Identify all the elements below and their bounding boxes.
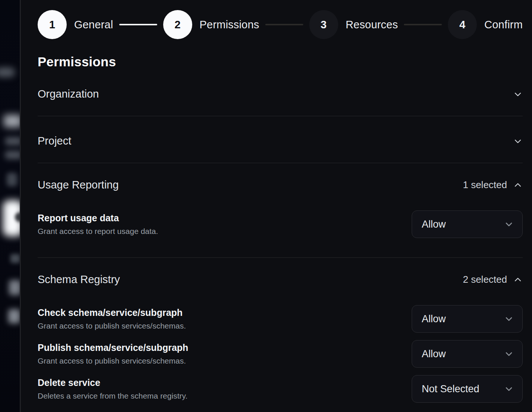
permission-description: Grant access to report usage data.	[38, 227, 158, 236]
permission-row-publish-schema: Publish schema/service/subgraph Grant ac…	[38, 340, 523, 368]
permission-name: Report usage data	[38, 213, 158, 224]
permission-name: Publish schema/service/subgraph	[38, 342, 188, 353]
blurred-nav-item	[10, 254, 20, 263]
section-title: Organization	[38, 88, 99, 100]
permission-description: Deletes a service from the schema regist…	[38, 392, 187, 400]
step-2-label: Permissions	[200, 19, 259, 31]
step-permissions[interactable]: 2 Permissions	[163, 10, 259, 39]
selected-count: 1 selected	[463, 179, 507, 191]
section-organization[interactable]: Organization	[38, 69, 523, 116]
permission-row-check-schema: Check schema/service/subgraph Grant acce…	[38, 305, 523, 333]
publish-schema-select[interactable]: Allow	[412, 340, 523, 368]
chevron-down-icon	[504, 384, 513, 393]
blurred-text-line	[5, 137, 20, 145]
step-2-circle[interactable]: 2	[163, 10, 192, 39]
screen: 1 General 2 Permissions 3 Resources 4 Co…	[0, 0, 532, 412]
permission-description: Grant access to publish services/schemas…	[38, 356, 188, 365]
chevron-down-icon[interactable]	[513, 136, 523, 146]
stepper-connector	[404, 24, 442, 25]
section-schema-registry-header[interactable]: Schema Registry 2 selected	[38, 273, 523, 286]
step-4-label: Confirm	[484, 19, 523, 31]
step-4-circle[interactable]: 4	[448, 10, 477, 39]
step-confirm[interactable]: 4 Confirm	[448, 10, 523, 39]
permission-row-delete-service: Delete service Deletes a service from th…	[38, 375, 523, 403]
selected-value: Allow	[422, 348, 446, 360]
selected-value: Allow	[422, 219, 446, 230]
section-schema-registry: Schema Registry 2 selected Check schema/…	[38, 258, 523, 403]
step-1-label: General	[74, 19, 113, 31]
wizard-stepper: 1 General 2 Permissions 3 Resources 4 Co…	[38, 10, 523, 39]
chevron-up-icon[interactable]	[513, 275, 523, 285]
step-resources[interactable]: 3 Resources	[309, 10, 398, 39]
permission-description: Grant access to publish services/schemas…	[38, 321, 186, 330]
selected-value: Not Selected	[422, 383, 479, 395]
chevron-down-icon	[504, 314, 513, 323]
chevron-down-icon	[504, 349, 513, 358]
section-usage-reporting-header[interactable]: Usage Reporting 1 selected	[38, 179, 523, 191]
chevron-down-icon[interactable]	[513, 89, 523, 99]
step-1-circle[interactable]: 1	[38, 10, 67, 39]
permission-row-report-usage-data: Report usage data Grant access to report…	[38, 210, 523, 238]
blurred-text-line	[5, 151, 20, 159]
blurred-pill	[0, 67, 15, 77]
background-sidebar	[0, 0, 20, 412]
section-title: Project	[38, 135, 71, 147]
permission-name: Delete service	[38, 377, 187, 388]
stepper-connector	[265, 24, 303, 25]
stepper-connector-done	[119, 24, 157, 25]
blurred-nav-item	[8, 309, 20, 323]
delete-service-select[interactable]: Not Selected	[412, 375, 523, 403]
wizard-panel: 1 General 2 Permissions 3 Resources 4 Co…	[21, 0, 532, 412]
selected-count: 2 selected	[463, 274, 507, 285]
blurred-nav-item	[9, 280, 20, 295]
selected-value: Allow	[422, 313, 446, 325]
step-general[interactable]: 1 General	[38, 10, 113, 39]
page-title: Permissions	[38, 54, 523, 69]
report-usage-data-select[interactable]: Allow	[412, 210, 523, 238]
step-3-label: Resources	[346, 19, 398, 31]
section-usage-reporting: Usage Reporting 1 selected Report usage …	[38, 163, 523, 258]
permission-name: Check schema/service/subgraph	[38, 307, 186, 318]
step-3-circle[interactable]: 3	[309, 10, 338, 39]
chevron-up-icon[interactable]	[513, 180, 523, 190]
section-project[interactable]: Project	[38, 116, 523, 163]
section-title: Usage Reporting	[38, 179, 119, 191]
section-title: Schema Registry	[38, 273, 120, 286]
blurred-heading	[4, 115, 20, 127]
check-schema-select[interactable]: Allow	[412, 305, 523, 333]
blurred-icon	[7, 173, 17, 186]
chevron-down-icon	[504, 220, 513, 229]
